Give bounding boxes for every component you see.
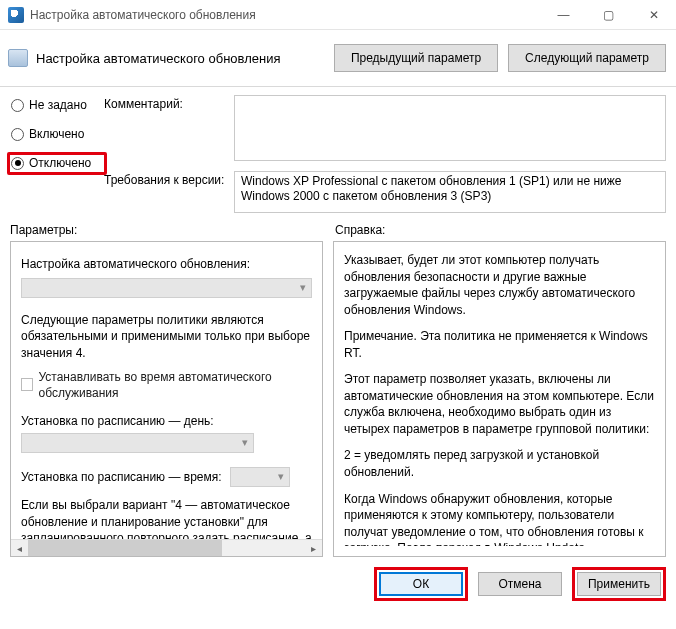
cancel-button[interactable]: Отмена [478, 572, 562, 596]
update-mode-select[interactable] [21, 278, 312, 298]
scheduled-day-label: Установка по расписанию — день: [21, 413, 312, 429]
radio-icon [11, 157, 24, 170]
next-setting-button[interactable]: Следующий параметр [508, 44, 666, 72]
comment-textarea[interactable] [234, 95, 666, 161]
highlight-disabled-option: Отключено [7, 152, 107, 175]
radio-enabled[interactable]: Включено [10, 126, 104, 142]
help-paragraph: Примечание. Эта политика не применяется … [344, 328, 655, 361]
params-trailing-text: Если вы выбрали вариант "4 — автоматичес… [21, 497, 312, 539]
scroll-track[interactable] [28, 540, 305, 556]
maximize-button[interactable]: ▢ [586, 0, 631, 30]
titlebar: Настройка автоматического обновления — ▢… [0, 0, 676, 30]
radio-disabled[interactable]: Отключено [10, 155, 102, 171]
app-icon [8, 7, 24, 23]
checkbox-label: Устанавливать во время автоматического о… [39, 369, 313, 401]
ok-button[interactable]: ОК [379, 572, 463, 596]
scheduled-day-select[interactable] [21, 433, 254, 453]
help-paragraph: Этот параметр позволяет указать, включен… [344, 371, 655, 437]
highlight-ok-button: ОК [374, 567, 468, 601]
policy-icon [8, 49, 28, 67]
help-paragraph: Когда Windows обнаружит обновления, кото… [344, 491, 655, 546]
parameters-section-label: Параметры: [10, 223, 335, 237]
apply-button[interactable]: Применить [577, 572, 661, 596]
close-button[interactable]: ✕ [631, 0, 676, 30]
help-paragraph: Указывает, будет ли этот компьютер получ… [344, 252, 655, 318]
params-heading: Настройка автоматического обновления: [21, 256, 312, 272]
radio-icon [11, 128, 24, 141]
params-note: Следующие параметры политики являются об… [21, 312, 312, 361]
policy-title: Настройка автоматического обновления [36, 51, 324, 66]
requirements-label: Требования к версии: [104, 171, 234, 187]
scheduled-time-label: Установка по расписанию — время: [21, 469, 222, 485]
radio-not-configured[interactable]: Не задано [10, 97, 104, 113]
previous-setting-button[interactable]: Предыдущий параметр [334, 44, 498, 72]
radio-label: Отключено [29, 156, 91, 170]
horizontal-scrollbar[interactable]: ◂ ▸ [11, 539, 322, 556]
parameters-panel: Настройка автоматического обновления: Сл… [10, 241, 323, 557]
checkbox-icon [21, 378, 33, 391]
scheduled-time-select[interactable] [230, 467, 290, 487]
scroll-thumb[interactable] [28, 540, 222, 556]
window-title: Настройка автоматического обновления [30, 8, 541, 22]
help-panel: Указывает, будет ли этот компьютер получ… [333, 241, 666, 557]
radio-icon [11, 99, 24, 112]
scroll-left-icon[interactable]: ◂ [11, 540, 28, 557]
help-scroll[interactable]: Указывает, будет ли этот компьютер получ… [344, 252, 659, 546]
help-section-label: Справка: [335, 223, 666, 237]
radio-label: Не задано [29, 98, 87, 112]
dialog-footer: ОК Отмена Применить [0, 557, 676, 601]
scroll-right-icon[interactable]: ▸ [305, 540, 322, 557]
highlight-apply-button: Применить [572, 567, 666, 601]
install-during-maintenance-checkbox[interactable]: Устанавливать во время автоматического о… [21, 369, 312, 401]
policy-state-radios: Не задано Включено Отключено [10, 95, 104, 213]
minimize-button[interactable]: — [541, 0, 586, 30]
requirements-box: Windows XP Professional с пакетом обновл… [234, 171, 666, 213]
radio-label: Включено [29, 127, 84, 141]
help-paragraph: 2 = уведомлять перед загрузкой и установ… [344, 447, 655, 480]
policy-header: Настройка автоматического обновления Пре… [0, 30, 676, 87]
comment-label: Комментарий: [104, 95, 234, 111]
